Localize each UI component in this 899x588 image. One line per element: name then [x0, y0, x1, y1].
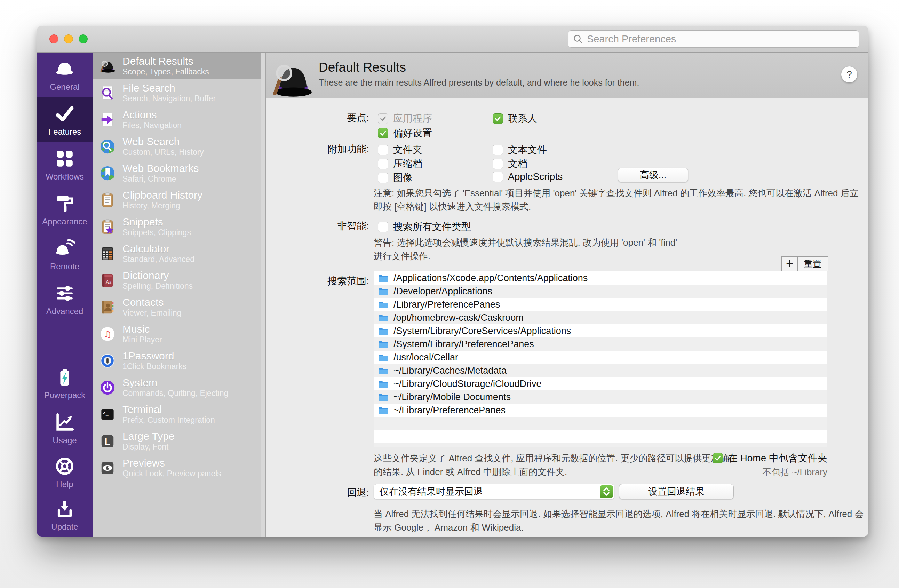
help-glyph: ?: [846, 69, 852, 80]
panel-content: 要点: 应用程序 联系人 偏好设置 附加功能:: [266, 98, 868, 537]
checkbox-box[interactable]: [378, 145, 388, 155]
nav-item-appearance[interactable]: Appearance: [37, 187, 93, 232]
checkbox-images[interactable]: 图像: [378, 171, 412, 184]
checkbox-box[interactable]: [493, 145, 503, 155]
scope-folder-row[interactable]: /Library/PreferencePanes: [374, 298, 827, 311]
help-button[interactable]: ?: [841, 66, 857, 82]
zoom-button[interactable]: [79, 34, 88, 43]
checkbox-box[interactable]: [378, 159, 388, 169]
feature-subtitle: Viewer, Emailing: [122, 308, 182, 317]
checkbox-label: 搜索所有文件类型: [393, 220, 471, 233]
checkbox-box[interactable]: [378, 128, 388, 139]
feature-item-terminal[interactable]: >_ Terminal Prefix, Custom Integration: [93, 401, 266, 427]
non-smart-warning: 警告: 选择此选项会减慢速度并使默认搜索结果混乱. 改为使用 'open' 和 …: [374, 236, 677, 263]
scope-folder-row[interactable]: ~/Library/Caches/Metadata: [374, 364, 827, 377]
feature-item-web-bookmarks[interactable]: Web Bookmarks Safari, Chrome: [93, 160, 266, 187]
nav-item-powerpack[interactable]: Powerpack: [37, 363, 93, 404]
fallback-dropdown-value: 仅在没有结果时显示回退: [374, 485, 483, 498]
checkbox-box[interactable]: [493, 159, 503, 169]
checkbox-label: 文档: [508, 157, 527, 170]
scope-folder-row[interactable]: ~/Library/PreferencePanes: [374, 404, 827, 417]
feature-item-system[interactable]: System Commands, Quitting, Ejecting: [93, 374, 266, 401]
features-scrollbar[interactable]: [261, 52, 266, 537]
nav-label: Help: [56, 480, 73, 489]
minimize-button[interactable]: [64, 34, 73, 43]
checkbox-label: 联系人: [508, 112, 537, 125]
checkbox-box[interactable]: [493, 113, 503, 124]
nav-item-advanced[interactable]: Advanced: [37, 277, 93, 322]
terminal-icon: >_: [99, 406, 116, 422]
feature-title: Clipboard History: [122, 189, 202, 201]
nav-item-general[interactable]: General: [37, 52, 93, 97]
reset-scope-button[interactable]: 重置: [798, 257, 828, 271]
search-scope-list[interactable]: /Applications/Xcode.app/Contents/Applica…: [374, 271, 827, 447]
folder-icon: [378, 353, 389, 362]
nav-item-remote[interactable]: Remote: [37, 232, 93, 277]
nav-item-help[interactable]: Help: [37, 452, 93, 493]
grid-icon: [54, 148, 75, 169]
scope-folder-row[interactable]: ~/Library/CloudStorage/iCloudDrive: [374, 377, 827, 390]
feature-item-previews[interactable]: Previews Quick Look, Preview panels: [93, 454, 266, 481]
folder-icon: [378, 274, 389, 282]
feature-title: 1Password: [122, 350, 187, 362]
nav-label: Appearance: [42, 217, 87, 227]
checkbox-text-files[interactable]: 文本文件: [493, 144, 547, 157]
checkbox-preferences[interactable]: 偏好设置: [378, 127, 432, 140]
scope-folder-row[interactable]: /opt/homebrew-cask/Caskroom: [374, 311, 827, 324]
feature-subtitle: Display, Font: [122, 442, 175, 451]
page-title: Default Results: [319, 60, 639, 75]
feature-title: Contacts: [122, 296, 182, 308]
checkbox-box[interactable]: [493, 171, 503, 182]
folder-icon: [378, 340, 389, 349]
feature-item-clipboard-history[interactable]: Clipboard History History, Merging: [93, 187, 266, 213]
checkbox-box[interactable]: [712, 453, 723, 463]
calculator-icon: [99, 245, 116, 262]
folder-path: ~/Library/Mobile Documents: [394, 392, 511, 403]
search-preferences-field[interactable]: Search Preferences: [568, 30, 859, 48]
nav-item-usage[interactable]: Usage: [37, 409, 93, 449]
checkbox-applications[interactable]: 应用程序: [378, 112, 432, 125]
folder-icon: [378, 393, 389, 401]
svg-text:L: L: [105, 436, 110, 447]
feature-item-file-search[interactable]: File Search Search, Navigation, Buffer: [93, 79, 266, 106]
nav-item-features[interactable]: Features: [37, 97, 93, 142]
scope-folder-row[interactable]: /System/Library/CoreServices/Application…: [374, 324, 827, 338]
onepassword-icon: [99, 353, 116, 369]
checkbox-documents[interactable]: 文档: [493, 157, 527, 170]
nav-item-workflows[interactable]: Workflows: [37, 142, 93, 187]
scope-folder-row[interactable]: ~/Library/Mobile Documents: [374, 390, 827, 404]
add-folder-button[interactable]: +: [782, 257, 798, 271]
scope-folder-row[interactable]: /usr/local/Cellar: [374, 351, 827, 364]
checkbox-archives[interactable]: 压缩档: [378, 157, 422, 170]
checkbox-applescripts[interactable]: AppleScripts: [493, 171, 562, 182]
checkbox-include-home[interactable]: 在 Home 中包含文件夹: [712, 452, 827, 465]
scope-folder-row[interactable]: /Applications/Xcode.app/Contents/Applica…: [374, 272, 827, 285]
feature-item-music[interactable]: ♫ Music Mini Player: [93, 321, 266, 347]
nav-label: Powerpack: [44, 390, 86, 400]
checkbox-box[interactable]: [378, 173, 388, 183]
feature-item-1password[interactable]: 1Password 1Click Bookmarks: [93, 347, 266, 374]
feature-title: Dictionary: [122, 270, 193, 281]
checkbox-folders[interactable]: 文件夹: [378, 144, 422, 157]
checkbox-contacts[interactable]: 联系人: [493, 112, 537, 125]
nav-label: Usage: [53, 435, 77, 445]
feature-item-calculator[interactable]: Calculator Standard, Advanced: [93, 240, 266, 267]
feature-item-default-results[interactable]: Default Results Scope, Types, Fallbacks: [93, 52, 266, 79]
checkbox-box[interactable]: [378, 113, 388, 124]
feature-item-actions[interactable]: Actions Files, Navigation: [93, 106, 266, 133]
setup-fallbacks-button[interactable]: 设置回退结果: [619, 484, 734, 499]
fallback-dropdown[interactable]: 仅在没有结果时显示回退: [374, 484, 615, 499]
scope-folder-row[interactable]: /System/Library/PreferencePanes: [374, 338, 827, 351]
checkbox-search-all-file-types[interactable]: 搜索所有文件类型: [378, 220, 471, 233]
advanced-button[interactable]: 高级...: [618, 168, 688, 182]
feature-item-web-search[interactable]: Web Search Custom, URLs, History: [93, 133, 266, 160]
close-button[interactable]: [49, 34, 59, 43]
feature-item-dictionary[interactable]: Aa Dictionary Spelling, Definitions: [93, 267, 266, 294]
scope-folder-row[interactable]: /Developer/Applications: [374, 285, 827, 298]
feature-item-large-type[interactable]: L Large Type Display, Font: [93, 427, 266, 454]
feature-item-contacts[interactable]: Contacts Viewer, Emailing: [93, 294, 266, 321]
feature-item-snippets[interactable]: Snippets Snippets, Clippings: [93, 213, 266, 240]
checkbox-box[interactable]: [378, 222, 388, 232]
nav-item-update[interactable]: Update: [37, 496, 93, 534]
checkbox-label: 图像: [393, 171, 412, 184]
